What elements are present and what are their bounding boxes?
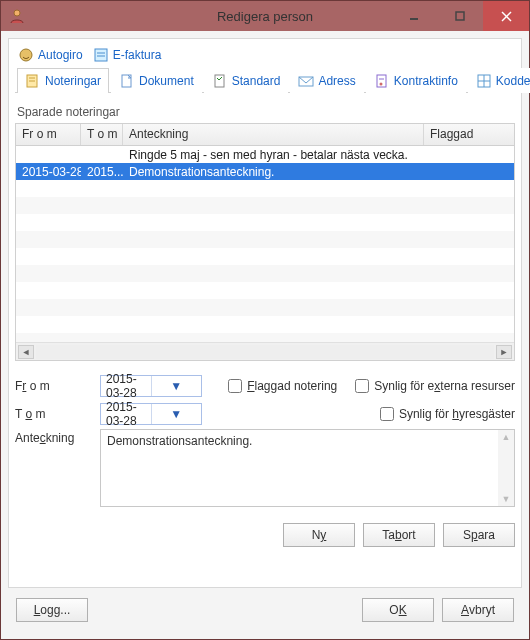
table-row[interactable]: Ringde 5 maj - sen med hyran - betalar n… (16, 146, 514, 163)
cell-anteck (123, 324, 424, 326)
table-row[interactable] (16, 214, 514, 231)
cell-from (16, 324, 81, 326)
scroll-track[interactable] (36, 345, 494, 359)
client-area: Autogiro E-faktura Noteringar Dokument (1, 31, 529, 639)
table-row[interactable] (16, 180, 514, 197)
cell-flag (424, 324, 514, 326)
dropdown-icon: ▼ (151, 404, 202, 424)
flagged-checkbox[interactable]: Flaggad notering (228, 379, 337, 393)
ok-button[interactable]: OK (362, 598, 434, 622)
log-button[interactable]: Logg... (16, 598, 88, 622)
note-textarea[interactable]: Demonstrationsanteckning. ▲▼ (100, 429, 515, 507)
external-label: Synlig för externa resurser (374, 379, 515, 393)
cell-tom: 2015... (81, 164, 123, 180)
cell-tom (81, 154, 123, 156)
tab-kontraktinfo-label: Kontraktinfo (394, 74, 458, 88)
cell-from (16, 307, 81, 309)
window-title: Redigera person (217, 9, 313, 24)
address-icon (298, 73, 314, 89)
efaktura-link[interactable]: E-faktura (93, 47, 162, 63)
table-row[interactable] (16, 265, 514, 282)
cell-anteck (123, 188, 424, 190)
notes-icon (25, 73, 41, 89)
save-button[interactable]: Spara (443, 523, 515, 547)
cell-flag (424, 188, 514, 190)
tom-label: T o m (15, 407, 100, 421)
top-links: Autogiro E-faktura (15, 45, 515, 67)
cell-anteck (123, 205, 424, 207)
from-date-input[interactable]: 2015-03-28 ▼ (100, 375, 202, 397)
efaktura-icon (93, 47, 109, 63)
cell-tom (81, 324, 123, 326)
cell-anteck: Ringde 5 maj - sen med hyran - betalar n… (123, 147, 424, 163)
table-row[interactable] (16, 197, 514, 214)
minimize-button[interactable] (391, 1, 437, 31)
tenant-checkbox[interactable]: Synlig för hyresgäster (380, 407, 515, 421)
cell-from (16, 239, 81, 241)
tab-noteringar[interactable]: Noteringar (17, 68, 109, 93)
cancel-button[interactable]: Avbryt (442, 598, 514, 622)
table-row[interactable] (16, 231, 514, 248)
grid-scrollbar[interactable]: ◄ ► (16, 342, 514, 360)
tom-date-input[interactable]: 2015-03-28 ▼ (100, 403, 202, 425)
cell-from (16, 273, 81, 275)
cell-tom (81, 222, 123, 224)
table-row[interactable] (16, 299, 514, 316)
note-buttons: Ny Ta bort Spara (15, 523, 515, 547)
new-button[interactable]: Ny (283, 523, 355, 547)
standard-icon (212, 73, 228, 89)
tab-dokument[interactable]: Dokument (111, 68, 202, 93)
tab-standard[interactable]: Standard (204, 68, 289, 93)
cell-flag (424, 205, 514, 207)
cell-flag (424, 307, 514, 309)
cell-tom (81, 307, 123, 309)
header-from[interactable]: Fr o m (16, 124, 81, 145)
table-row[interactable] (16, 282, 514, 299)
cell-flag (424, 256, 514, 258)
external-checkbox-input[interactable] (355, 379, 369, 393)
cell-anteck (123, 290, 424, 292)
close-button[interactable] (483, 1, 529, 31)
table-row[interactable] (16, 248, 514, 265)
autogiro-link[interactable]: Autogiro (18, 47, 83, 63)
flagged-checkbox-input[interactable] (228, 379, 242, 393)
tenant-checkbox-input[interactable] (380, 407, 394, 421)
grid-icon (476, 73, 492, 89)
grid-header: Fr o m T o m Anteckning Flaggad (16, 124, 514, 146)
cell-flag (424, 222, 514, 224)
section-label: Sparade noteringar (17, 105, 513, 119)
scroll-left-icon[interactable]: ◄ (18, 345, 34, 359)
cell-tom (81, 239, 123, 241)
tenant-label: Synlig för hyresgäster (399, 407, 515, 421)
svg-point-5 (20, 49, 32, 61)
tab-koddelsvarden[interactable]: Koddelsvärden (468, 68, 530, 93)
from-date-value: 2015-03-28 (101, 372, 151, 400)
header-flag[interactable]: Flaggad (424, 124, 514, 145)
scroll-right-icon[interactable]: ► (496, 345, 512, 359)
header-anteck[interactable]: Anteckning (123, 124, 424, 145)
autogiro-label: Autogiro (38, 48, 83, 62)
grid-body[interactable]: Ringde 5 maj - sen med hyran - betalar n… (16, 146, 514, 342)
titlebar: Redigera person (1, 1, 529, 31)
svg-rect-13 (215, 75, 224, 87)
external-checkbox[interactable]: Synlig för externa resurser (355, 379, 515, 393)
cell-tom (81, 290, 123, 292)
tab-dokument-label: Dokument (139, 74, 194, 88)
scroll-down-icon: ▼ (502, 494, 511, 504)
tab-adress[interactable]: Adress (290, 68, 363, 93)
tab-kontraktinfo[interactable]: Kontraktinfo (366, 68, 466, 93)
table-row[interactable] (16, 333, 514, 342)
document-icon (119, 73, 135, 89)
cell-flag (424, 290, 514, 292)
delete-button[interactable]: Ta bort (363, 523, 435, 547)
table-row[interactable] (16, 316, 514, 333)
scroll-up-icon: ▲ (502, 432, 511, 442)
maximize-button[interactable] (437, 1, 483, 31)
cell-from (16, 154, 81, 156)
tab-koddelsvarden-label: Koddelsvärden (496, 74, 530, 88)
textarea-scrollbar[interactable]: ▲▼ (498, 430, 514, 506)
cell-flag (424, 154, 514, 156)
cell-from: 2015-03-28 (16, 164, 81, 180)
table-row[interactable]: 2015-03-282015...Demonstrationsantecknin… (16, 163, 514, 180)
header-tom[interactable]: T o m (81, 124, 123, 145)
